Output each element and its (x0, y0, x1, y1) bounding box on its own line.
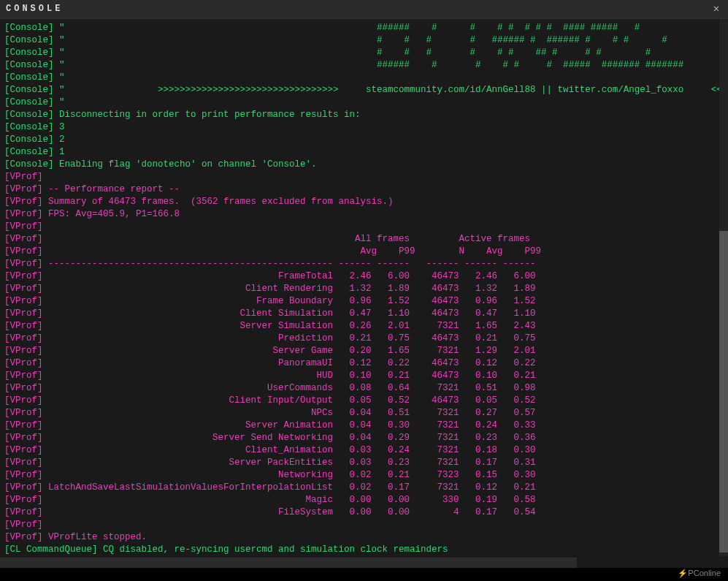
console-line: [VProf] All frames Active frames (4, 233, 724, 246)
console-line: [VProf] (4, 171, 724, 183)
console-line: [VProf] Server PackEntities 0.03 0.23 73… (4, 457, 724, 469)
console-line: [Console] 3 (4, 121, 724, 134)
console-line: [VProf] Client Input/Output 0.05 0.52 46… (4, 395, 724, 407)
scrollbar-thumb[interactable] (719, 231, 728, 552)
console-line: [Console] " # # # # ###### # ###### # # … (4, 34, 724, 47)
console-line: [Console] " ###### # # # # # ##### #####… (4, 59, 724, 72)
console-line: [VProf] HUD 0.10 0.21 46473 0.10 0.21 (4, 370, 724, 382)
bottom-strip (0, 568, 728, 581)
console-line: [VProf] Server Send Networking 0.04 0.29… (4, 432, 724, 444)
console-line: [VProf] Prediction 0.21 0.75 46473 0.21 … (4, 333, 724, 345)
console-line: [VProf] Client Simulation 0.47 1.10 4647… (4, 308, 724, 320)
scrollbar-track[interactable] (719, 19, 728, 556)
console-line: [Console] " ###### # # # # # # # #### ##… (4, 22, 724, 34)
console-line: [Console] " # # # # # # ## # # # # (4, 47, 724, 59)
console-line: [VProf] Magic 0.00 0.00 330 0.19 0.58 (4, 494, 724, 506)
console-line: [VProf] --------------------------------… (4, 258, 724, 270)
console-input[interactable] (0, 558, 577, 568)
console-line: [VProf] Server Animation 0.04 0.30 7321 … (4, 419, 724, 432)
titlebar[interactable]: CONSOLE ✕ (0, 0, 728, 19)
console-line: [VProf] Summary of 46473 frames. (3562 f… (4, 196, 724, 208)
console-line: [Console] " (4, 96, 724, 109)
console-line: [Console] " >>>>>>>>>>>>>>>>>>>>>>>>>>>>… (4, 84, 724, 96)
close-icon[interactable]: ✕ (710, 3, 722, 15)
console-line: [Console] " (4, 72, 724, 84)
console-line: [Console] Enabling flag 'donotecho' on c… (4, 159, 724, 171)
console-line: [VProf] Client_Animation 0.03 0.24 7321 … (4, 444, 724, 457)
console-line: [VProf] PanoramaUI 0.12 0.22 46473 0.12 … (4, 357, 724, 370)
console-line: [VProf] (4, 519, 724, 531)
console-line: [VProf] (4, 221, 724, 233)
console-line: [Console] 1 (4, 146, 724, 159)
console-line: [VProf] Networking 0.02 0.21 7323 0.15 0… (4, 469, 724, 482)
window-title: CONSOLE (6, 3, 63, 15)
console-line: [VProf] Client Rendering 1.32 1.89 46473… (4, 283, 724, 295)
console-line: [VProf] FPS: Avg=405.9, P1=166.8 (4, 208, 724, 221)
console-line: [VProf] -- Performance report -- (4, 183, 724, 196)
console-line: [Console] 2 (4, 134, 724, 146)
console-output[interactable]: [Console] " ###### # # # # # # # #### ##… (0, 19, 728, 556)
console-line: [VProf] Frame Boundary 0.96 1.52 46473 0… (4, 295, 724, 308)
console-line: [VProf] Server Game 0.20 1.65 7321 1.29 … (4, 345, 724, 357)
console-line: [VProf] Server Simulation 0.26 2.01 7321… (4, 320, 724, 333)
console-line: [VProf] VProfLite stopped. (4, 531, 724, 544)
console-line: [Console] Disconnecting in order to prin… (4, 109, 724, 121)
console-line: [VProf] Avg P99 N Avg P99 (4, 246, 724, 258)
console-line: [CL CommandQueue] CQ disabled, re-syncin… (4, 544, 724, 556)
console-line: [VProf] UserCommands 0.08 0.64 7321 0.51… (4, 382, 724, 395)
console-line: [VProf] FileSystem 0.00 0.00 4 0.17 0.54 (4, 506, 724, 519)
console-line: [VProf] LatchAndSaveLastSimulationValues… (4, 482, 724, 494)
watermark: ⚡PConline (678, 567, 721, 580)
console-line: [VProf] FrameTotal 2.46 6.00 46473 2.46 … (4, 270, 724, 283)
console-line: [VProf] NPCs 0.04 0.51 7321 0.27 0.57 (4, 407, 724, 419)
